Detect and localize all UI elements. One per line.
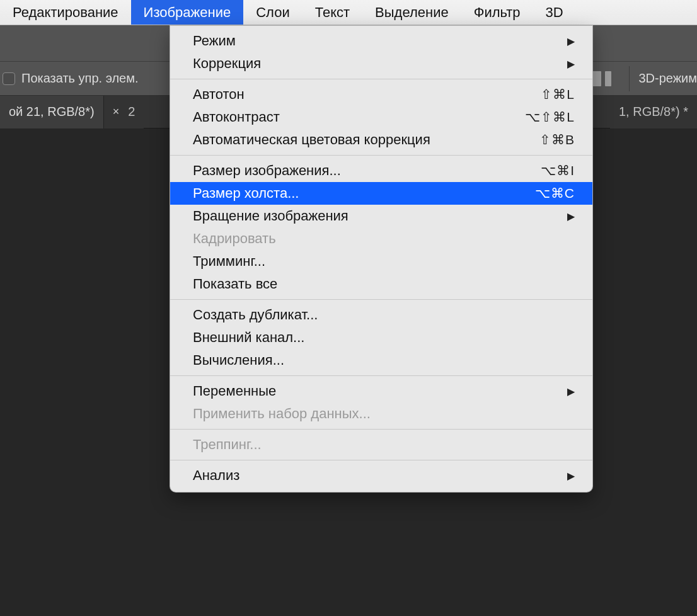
document-tab[interactable]: × 2 bbox=[104, 96, 144, 128]
menu-label: Редактирование bbox=[13, 4, 118, 21]
tab-title-fragment: ой 21, RGB/8*) bbox=[9, 105, 95, 119]
menu-item[interactable]: Автотон⇧⌘L bbox=[170, 83, 592, 106]
tab-title-fragment: 1, RGB/8*) * bbox=[619, 105, 688, 119]
menu-label: Фильтр bbox=[474, 4, 521, 21]
mode-3d-label[interactable]: 3D-режим bbox=[638, 71, 697, 86]
menu-item[interactable]: Режим▶ bbox=[170, 30, 592, 52]
menu-item[interactable]: Внешний канал... bbox=[170, 326, 592, 349]
menu-item: Треппинг... bbox=[170, 433, 592, 456]
menu-item-label: Кадрировать bbox=[193, 231, 575, 247]
menu-item-label: Размер холста... bbox=[193, 185, 535, 202]
divider bbox=[629, 66, 630, 91]
menu-item-label: Автоматическая цветовая коррекция bbox=[193, 132, 539, 148]
menu-item[interactable]: Переменные▶ bbox=[170, 380, 592, 402]
submenu-arrow-icon: ▶ bbox=[567, 35, 575, 47]
menu-item-label: Вычисления... bbox=[193, 352, 575, 368]
menu-separator bbox=[170, 155, 592, 156]
menu-item-shortcut: ⇧⌘B bbox=[539, 132, 575, 147]
menu-item-label: Режим bbox=[193, 33, 567, 49]
menu-label: Текст bbox=[315, 4, 350, 21]
menu-item-label: Создать дубликат... bbox=[193, 307, 575, 323]
menu-item-label: Треппинг... bbox=[193, 436, 575, 453]
submenu-arrow-icon: ▶ bbox=[567, 58, 575, 70]
menu-item-label: Вращение изображения bbox=[193, 208, 567, 224]
menu-item: Применить набор данных... bbox=[170, 402, 592, 425]
menu-image[interactable]: Изображение bbox=[131, 0, 244, 25]
menu-item[interactable]: Показать все bbox=[170, 273, 592, 295]
menu-item-label: Размер изображения... bbox=[193, 163, 541, 179]
menu-item[interactable]: Автоконтраст⌥⇧⌘L bbox=[170, 106, 592, 128]
menu-separator bbox=[170, 460, 592, 460]
menu-item-label: Показать все bbox=[193, 276, 575, 292]
menu-item[interactable]: Автоматическая цветовая коррекция⇧⌘B bbox=[170, 128, 592, 151]
panel-icon[interactable] bbox=[605, 71, 611, 86]
document-tab[interactable]: 1, RGB/8*) * bbox=[610, 96, 697, 128]
menu-item: Кадрировать bbox=[170, 227, 592, 250]
submenu-arrow-icon: ▶ bbox=[567, 210, 575, 222]
menu-item-shortcut: ⌥⇧⌘L bbox=[525, 110, 575, 125]
menu-item[interactable]: Тримминг... bbox=[170, 250, 592, 273]
menu-3d[interactable]: 3D bbox=[533, 0, 576, 25]
menu-separator bbox=[170, 375, 592, 376]
menu-item-shortcut: ⌥⌘I bbox=[541, 163, 575, 178]
system-menubar: Редактирование Изображение Слои Текст Вы… bbox=[0, 0, 697, 25]
menu-item-label: Автоконтраст bbox=[193, 109, 525, 125]
menu-item[interactable]: Коррекция▶ bbox=[170, 52, 592, 75]
menu-item-label: Автотон bbox=[193, 86, 541, 103]
menu-item-label: Анализ bbox=[193, 467, 567, 484]
submenu-arrow-icon: ▶ bbox=[567, 385, 575, 397]
tab-title-fragment: 2 bbox=[128, 105, 135, 119]
show-controls-checkbox[interactable] bbox=[3, 72, 15, 85]
submenu-arrow-icon: ▶ bbox=[567, 470, 575, 482]
menu-item-label: Коррекция bbox=[193, 55, 567, 72]
menu-item[interactable]: Вычисления... bbox=[170, 349, 592, 372]
menu-item[interactable]: Вращение изображения▶ bbox=[170, 205, 592, 227]
menu-item-label: Тримминг... bbox=[193, 253, 575, 270]
menu-item-shortcut: ⇧⌘L bbox=[541, 87, 575, 102]
menu-select[interactable]: Выделение bbox=[362, 0, 461, 25]
menu-item-shortcut: ⌥⌘C bbox=[535, 186, 575, 201]
menu-item[interactable]: Создать дубликат... bbox=[170, 304, 592, 326]
menu-item-label: Применить набор данных... bbox=[193, 406, 575, 422]
menu-item-label: Внешний канал... bbox=[193, 329, 575, 346]
document-tab[interactable]: ой 21, RGB/8*) bbox=[0, 96, 104, 128]
tab-close-icon[interactable]: × bbox=[113, 105, 120, 118]
menu-label: Изображение bbox=[144, 4, 231, 21]
menu-item-label: Переменные bbox=[193, 383, 567, 399]
image-menu-dropdown: Режим▶Коррекция▶Автотон⇧⌘LАвтоконтраст⌥⇧… bbox=[170, 25, 593, 493]
menu-layers[interactable]: Слои bbox=[243, 0, 302, 25]
menu-item[interactable]: Анализ▶ bbox=[170, 464, 592, 487]
menu-separator bbox=[170, 79, 592, 79]
menu-separator bbox=[170, 429, 592, 430]
menu-text[interactable]: Текст bbox=[302, 0, 362, 25]
menu-label: Выделение bbox=[375, 4, 449, 21]
menu-item[interactable]: Размер холста...⌥⌘C bbox=[170, 182, 592, 205]
show-controls-label: Показать упр. элем. bbox=[21, 71, 139, 86]
menu-label: Слои bbox=[256, 4, 290, 21]
menu-filter[interactable]: Фильтр bbox=[461, 0, 533, 25]
menu-label: 3D bbox=[546, 4, 563, 21]
menu-separator bbox=[170, 299, 592, 300]
menu-edit[interactable]: Редактирование bbox=[0, 0, 131, 25]
menu-item[interactable]: Размер изображения...⌥⌘I bbox=[170, 159, 592, 182]
